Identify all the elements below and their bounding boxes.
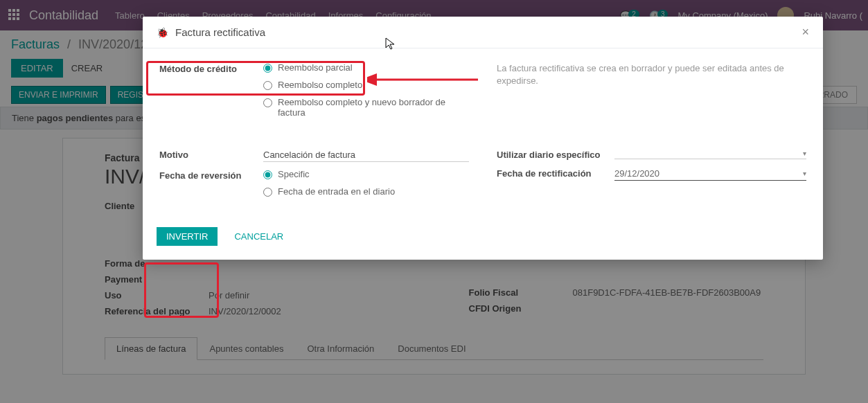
- radio-journal-date[interactable]: [263, 188, 272, 197]
- opt-full-draft[interactable]: Reembolso completo y nuevo borrador de f…: [263, 97, 469, 118]
- radio-full[interactable]: [263, 81, 272, 90]
- opt-full-label: Reembolso completo: [278, 80, 362, 90]
- opt-full[interactable]: Reembolso completo: [263, 80, 469, 90]
- opt-partial[interactable]: Reembolso parcial: [263, 62, 469, 73]
- opt-specific-label: Specific: [278, 169, 310, 179]
- select-diario[interactable]: ▾: [614, 148, 806, 159]
- lbl-diario: Utilizar diario específico: [497, 148, 614, 160]
- lbl-fecha-rect: Fecha de rectificación: [497, 167, 614, 179]
- radio-specific[interactable]: [263, 170, 272, 179]
- invert-button[interactable]: INVERTIR: [157, 227, 218, 246]
- input-motivo[interactable]: [263, 148, 469, 162]
- close-icon[interactable]: ×: [801, 25, 809, 39]
- bug-icon[interactable]: 🐞: [157, 27, 168, 38]
- chevron-down-icon: ▾: [803, 150, 806, 157]
- modal: 🐞 Factura rectificativa × Método de créd…: [143, 17, 823, 260]
- lbl-motivo: Motivo: [159, 148, 263, 160]
- input-fecha-rect[interactable]: 29/12/2020 ▾: [614, 167, 806, 181]
- chevron-down-icon: ▾: [803, 170, 806, 177]
- modal-note: La factura rectificativa se crea en borr…: [497, 62, 806, 87]
- lbl-fecha-rev: Fecha de reversión: [159, 169, 263, 181]
- modal-title: Factura rectificativa: [175, 26, 265, 38]
- modal-header: 🐞 Factura rectificativa ×: [143, 17, 823, 48]
- modal-footer: INVERTIR CANCELAR: [143, 217, 823, 260]
- modal-body: Método de crédito Reembolso parcial Reem…: [143, 48, 823, 217]
- opt-journal-date-label: Fecha de entrada en el diario: [278, 186, 395, 197]
- opt-full-draft-label: Reembolso completo y nuevo borrador de f…: [278, 97, 458, 118]
- radio-full-draft[interactable]: [263, 98, 272, 107]
- cancel-button[interactable]: CANCELAR: [234, 231, 283, 242]
- val-fecha-rect: 29/12/2020: [614, 168, 659, 179]
- opt-journal-date[interactable]: Fecha de entrada en el diario: [263, 186, 469, 197]
- opt-specific[interactable]: Specific: [263, 169, 469, 179]
- lbl-credit-method: Método de crédito: [159, 62, 263, 74]
- radio-partial[interactable]: [263, 64, 272, 73]
- opt-partial-label: Reembolso parcial: [278, 62, 353, 73]
